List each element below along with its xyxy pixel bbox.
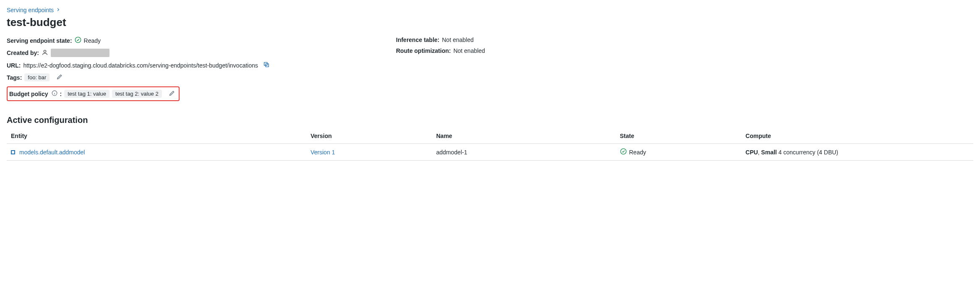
created-by-value-redacted <box>51 49 109 57</box>
chevron-right-icon <box>56 7 60 13</box>
active-config-heading: Active configuration <box>7 115 973 125</box>
breadcrumb: Serving endpoints <box>7 7 973 13</box>
route-optimization-value: Not enabled <box>454 47 485 54</box>
url-label: URL: <box>7 62 21 69</box>
state-label: Serving endpoint state: <box>7 37 72 44</box>
compute-cell: CPU, Small 4 concurrency (4 DBU) <box>741 144 973 161</box>
col-name: Name <box>432 129 616 144</box>
copy-icon[interactable] <box>261 61 270 69</box>
svg-point-1 <box>44 50 46 52</box>
check-circle-icon <box>75 36 81 44</box>
route-optimization-label: Route optimization: <box>396 47 451 54</box>
check-circle-icon <box>620 148 627 156</box>
inference-table-row: Inference table: Not enabled <box>396 36 973 43</box>
budget-policy-label: Budget policy <box>9 91 48 97</box>
page-title: test-budget <box>7 16 973 29</box>
budget-policy-colon: : <box>60 91 62 97</box>
url-row: URL: https://e2-dogfood.staging.cloud.da… <box>7 61 393 69</box>
entity-link[interactable]: models.default.addmodel <box>19 149 85 156</box>
tag-chip: foo: bar <box>24 73 50 81</box>
table-row: models.default.addmodel Version 1 addmod… <box>7 144 973 161</box>
pencil-icon[interactable] <box>164 90 175 98</box>
breadcrumb-parent-link[interactable]: Serving endpoints <box>7 7 54 13</box>
route-optimization-row: Route optimization: Not enabled <box>396 47 973 54</box>
budget-policy-chip: test tag 1: value <box>64 90 109 98</box>
state-cell-value: Ready <box>629 149 646 156</box>
tags-row: Tags: foo: bar <box>7 73 393 81</box>
budget-policy-chip: test tag 2: value 2 <box>112 90 162 98</box>
inference-table-label: Inference table: <box>396 36 439 43</box>
version-link[interactable]: Version 1 <box>310 149 335 156</box>
url-value: https://e2-dogfood.staging.cloud.databri… <box>23 62 258 69</box>
inference-table-value: Not enabled <box>442 36 474 43</box>
model-icon <box>11 150 15 154</box>
name-cell: addmodel-1 <box>432 144 616 161</box>
pencil-icon[interactable] <box>52 73 63 81</box>
col-entity: Entity <box>7 129 306 144</box>
created-by-row: Created by: <box>7 49 393 57</box>
user-icon <box>42 49 48 57</box>
tags-label: Tags: <box>7 74 22 81</box>
col-version: Version <box>306 129 432 144</box>
state-row: Serving endpoint state: Ready <box>7 36 393 44</box>
created-by-label: Created by: <box>7 50 39 56</box>
col-state: State <box>616 129 742 144</box>
state-value: Ready <box>84 37 101 44</box>
info-icon[interactable] <box>51 90 57 97</box>
col-compute: Compute <box>741 129 973 144</box>
budget-policy-row: Budget policy : test tag 1: value test t… <box>7 86 180 101</box>
active-config-table: Entity Version Name State Compute models… <box>7 129 973 161</box>
